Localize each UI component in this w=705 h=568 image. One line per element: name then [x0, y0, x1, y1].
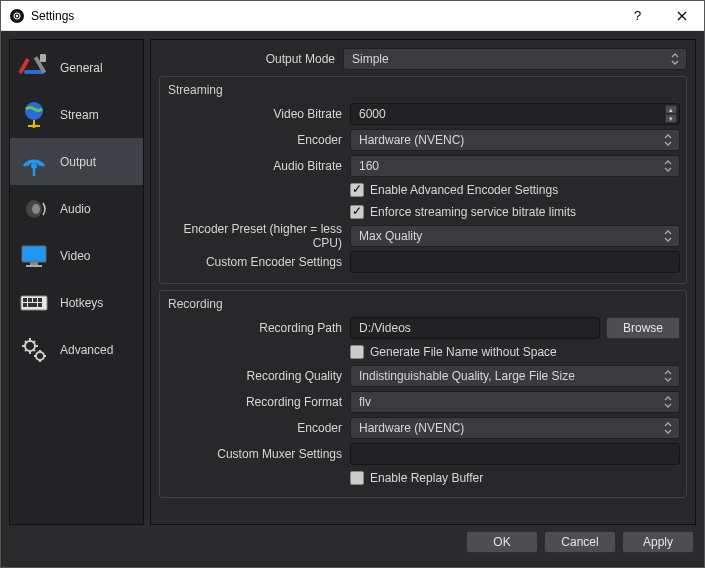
chevron-updown-icon: [661, 159, 675, 173]
sidebar-item-label: Stream: [60, 108, 99, 122]
video-bitrate-value: 6000: [359, 107, 386, 121]
video-bitrate-input[interactable]: 6000 ▴▾: [350, 103, 680, 125]
recording-quality-select[interactable]: Indistinguishable Quality, Large File Si…: [350, 365, 680, 387]
output-mode-label: Output Mode: [159, 52, 337, 66]
close-button[interactable]: [659, 1, 704, 31]
chevron-updown-icon: [661, 133, 675, 147]
chevron-updown-icon: [661, 395, 675, 409]
gears-icon: [18, 334, 50, 366]
replay-buffer-checkbox[interactable]: [350, 471, 364, 485]
sidebar-item-label: Advanced: [60, 343, 113, 357]
globe-icon: [18, 99, 50, 131]
keyboard-icon: [18, 287, 50, 319]
sidebar-item-output[interactable]: Output: [10, 138, 143, 185]
recording-legend: Recording: [166, 297, 680, 311]
content-panel: Output Mode Simple Streaming: [150, 39, 696, 525]
browse-button[interactable]: Browse: [606, 317, 680, 339]
speaker-icon: [18, 193, 50, 225]
spin-down-icon[interactable]: ▾: [665, 114, 677, 123]
encoder-preset-label: Encoder Preset (higher = less CPU): [166, 222, 344, 250]
enforce-limits-checkbox[interactable]: [350, 205, 364, 219]
svg-point-3: [16, 14, 18, 16]
ok-button[interactable]: OK: [466, 531, 538, 553]
monitor-icon: [18, 240, 50, 272]
svg-rect-16: [30, 262, 38, 265]
svg-rect-17: [26, 265, 42, 267]
video-bitrate-label: Video Bitrate: [166, 107, 344, 121]
browse-button-label: Browse: [623, 321, 663, 335]
svg-rect-19: [23, 298, 27, 302]
help-button[interactable]: ?: [614, 1, 659, 31]
stream-encoder-select[interactable]: Hardware (NVENC): [350, 129, 680, 151]
recording-group: Recording Recording Path D:/Videos Brows…: [159, 290, 687, 498]
sidebar-item-label: Video: [60, 249, 90, 263]
svg-point-10: [32, 124, 36, 128]
recording-path-input[interactable]: D:/Videos: [350, 317, 600, 339]
sidebar-item-stream[interactable]: Stream: [10, 91, 143, 138]
recording-format-select[interactable]: flv: [350, 391, 680, 413]
recording-quality-value: Indistinguishable Quality, Large File Si…: [359, 369, 575, 383]
sidebar-item-label: Audio: [60, 202, 91, 216]
svg-rect-8: [40, 54, 46, 62]
audio-bitrate-select[interactable]: 160: [350, 155, 680, 177]
broadcast-icon: [18, 146, 50, 178]
record-encoder-label: Encoder: [166, 421, 344, 435]
sidebar-item-hotkeys[interactable]: Hotkeys: [10, 279, 143, 326]
sidebar-item-advanced[interactable]: Advanced: [10, 326, 143, 373]
sidebar: General Stream: [9, 39, 144, 525]
chevron-updown-icon: [661, 369, 675, 383]
svg-point-11: [31, 163, 37, 169]
sidebar-item-video[interactable]: Video: [10, 232, 143, 279]
ok-button-label: OK: [493, 535, 510, 549]
output-mode-select[interactable]: Simple: [343, 48, 687, 70]
spin-up-icon[interactable]: ▴: [665, 105, 677, 114]
recording-path-label: Recording Path: [166, 321, 344, 335]
settings-window: Settings ?: [0, 0, 705, 568]
svg-rect-22: [38, 298, 42, 302]
advanced-encoder-checkbox[interactable]: [350, 183, 364, 197]
stream-encoder-label: Encoder: [166, 133, 344, 147]
recording-format-value: flv: [359, 395, 371, 409]
record-encoder-value: Hardware (NVENC): [359, 421, 464, 435]
titlebar: Settings ?: [1, 1, 704, 31]
stream-encoder-value: Hardware (NVENC): [359, 133, 464, 147]
svg-rect-15: [22, 246, 46, 262]
nospace-checkbox[interactable]: [350, 345, 364, 359]
nospace-checkbox-label: Generate File Name without Space: [370, 345, 557, 359]
encoder-preset-select[interactable]: Max Quality: [350, 225, 680, 247]
svg-rect-25: [38, 303, 42, 307]
encoder-preset-value: Max Quality: [359, 229, 422, 243]
audio-bitrate-value: 160: [359, 159, 379, 173]
chevron-updown-icon: [668, 52, 682, 66]
sidebar-item-general[interactable]: General: [10, 44, 143, 91]
apply-button-label: Apply: [643, 535, 673, 549]
recording-format-label: Recording Format: [166, 395, 344, 409]
window-title: Settings: [31, 9, 74, 23]
chevron-updown-icon: [661, 421, 675, 435]
advanced-encoder-checkbox-label: Enable Advanced Encoder Settings: [370, 183, 558, 197]
footer: OK Cancel Apply: [9, 525, 696, 559]
sidebar-item-audio[interactable]: Audio: [10, 185, 143, 232]
svg-point-14: [32, 204, 40, 214]
svg-rect-21: [33, 298, 37, 302]
muxer-input[interactable]: [350, 443, 680, 465]
recording-quality-label: Recording Quality: [166, 369, 344, 383]
sidebar-item-label: General: [60, 61, 103, 75]
output-mode-value: Simple: [352, 52, 389, 66]
svg-rect-20: [28, 298, 32, 302]
cancel-button[interactable]: Cancel: [544, 531, 616, 553]
sidebar-item-label: Hotkeys: [60, 296, 103, 310]
svg-text:?: ?: [634, 9, 641, 23]
chevron-updown-icon: [661, 229, 675, 243]
muxer-label: Custom Muxer Settings: [166, 447, 344, 461]
recording-path-value: D:/Videos: [359, 321, 411, 335]
apply-button[interactable]: Apply: [622, 531, 694, 553]
replay-buffer-checkbox-label: Enable Replay Buffer: [370, 471, 483, 485]
cancel-button-label: Cancel: [561, 535, 598, 549]
record-encoder-select[interactable]: Hardware (NVENC): [350, 417, 680, 439]
sidebar-item-label: Output: [60, 155, 96, 169]
custom-encoder-label: Custom Encoder Settings: [166, 255, 344, 269]
svg-rect-24: [28, 303, 37, 307]
svg-point-27: [36, 352, 44, 360]
custom-encoder-input[interactable]: [350, 251, 680, 273]
